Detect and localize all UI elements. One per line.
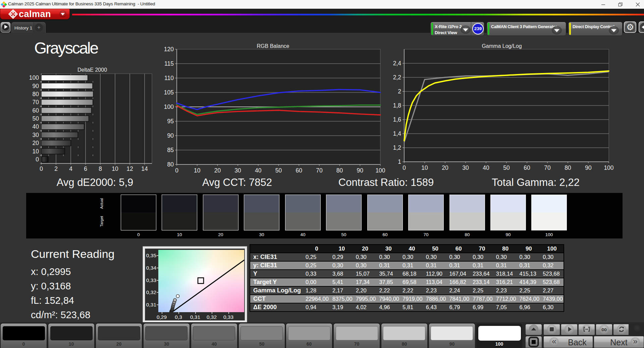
- svg-text:10: 10: [112, 165, 118, 172]
- svg-text:2: 2: [54, 165, 58, 172]
- svg-text:8: 8: [99, 165, 102, 172]
- svg-text:4: 4: [69, 165, 72, 172]
- svg-text:30: 30: [234, 167, 241, 174]
- svg-text:1,6: 1,6: [393, 116, 401, 123]
- svg-text:0: 0: [175, 167, 178, 174]
- svg-text:1,4: 1,4: [393, 130, 401, 137]
- svg-text:20: 20: [33, 140, 39, 146]
- svg-text:90: 90: [167, 132, 174, 139]
- svg-text:100: 100: [29, 74, 39, 81]
- svg-text:20: 20: [214, 167, 221, 174]
- svg-text:100: 100: [375, 167, 385, 174]
- svg-text:100: 100: [164, 103, 174, 110]
- svg-text:2,4: 2,4: [393, 60, 401, 67]
- svg-text:70: 70: [544, 164, 551, 171]
- svg-text:14: 14: [141, 165, 148, 172]
- svg-text:0: 0: [402, 164, 406, 171]
- svg-text:100: 100: [604, 164, 613, 171]
- svg-text:12: 12: [126, 165, 133, 172]
- svg-text:60: 60: [524, 164, 530, 171]
- svg-text:60: 60: [33, 107, 39, 114]
- svg-text:40: 40: [33, 123, 39, 130]
- svg-text:6: 6: [84, 165, 87, 172]
- svg-text:40: 40: [483, 164, 489, 171]
- svg-text:80: 80: [565, 164, 571, 171]
- svg-text:70: 70: [316, 167, 323, 174]
- svg-text:85: 85: [167, 147, 174, 153]
- svg-text:50: 50: [503, 164, 510, 171]
- svg-text:10: 10: [194, 167, 201, 174]
- svg-text:80: 80: [336, 167, 343, 174]
- svg-text:70: 70: [33, 99, 39, 106]
- svg-text:1,2: 1,2: [393, 144, 401, 151]
- svg-text:1: 1: [398, 158, 401, 165]
- svg-text:20: 20: [442, 164, 448, 171]
- svg-text:60: 60: [296, 167, 302, 174]
- svg-text:50: 50: [33, 115, 39, 122]
- svg-text:10: 10: [421, 164, 428, 171]
- svg-text:90: 90: [33, 83, 39, 89]
- svg-text:115: 115: [164, 60, 174, 67]
- svg-text:2,2: 2,2: [393, 74, 401, 81]
- svg-text:2: 2: [398, 88, 401, 95]
- svg-text:10: 10: [33, 148, 39, 155]
- svg-text:0: 0: [36, 156, 39, 163]
- svg-text:30: 30: [33, 132, 39, 138]
- svg-text:90: 90: [357, 167, 364, 174]
- svg-text:50: 50: [275, 167, 282, 174]
- svg-text:110: 110: [164, 75, 174, 81]
- svg-text:1,8: 1,8: [393, 102, 401, 109]
- svg-text:120: 120: [164, 46, 174, 53]
- svg-text:80: 80: [33, 91, 39, 97]
- svg-text:90: 90: [585, 164, 592, 171]
- svg-text:95: 95: [167, 118, 174, 125]
- svg-text:105: 105: [164, 89, 174, 96]
- svg-text:40: 40: [255, 167, 262, 174]
- svg-text:80: 80: [167, 161, 174, 168]
- svg-text:30: 30: [462, 164, 469, 171]
- svg-text:0: 0: [40, 165, 43, 172]
